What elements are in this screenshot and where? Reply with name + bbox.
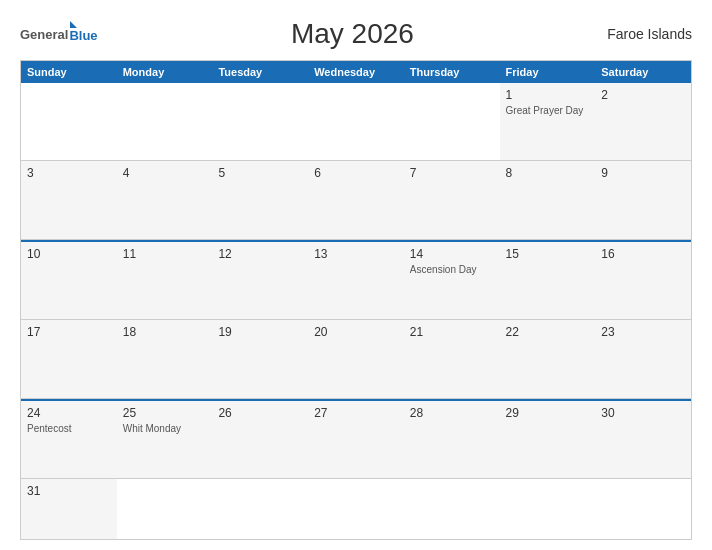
calendar-cell-2-3: 5 [212,161,308,238]
day-number: 19 [218,325,302,339]
calendar-cell-3-5: 14Ascension Day [404,242,500,319]
day-number: 31 [27,484,111,498]
logo: General Blue [20,25,98,43]
calendar-week-4: 17181920212223 [21,320,691,398]
calendar-cell-6-1: 31 [21,479,117,539]
calendar-cell-1-4 [308,83,404,160]
calendar-cell-5-6: 29 [500,401,596,478]
calendar-cell-4-1: 17 [21,320,117,397]
day-number: 14 [410,247,494,261]
calendar-grid: SundayMondayTuesdayWednesdayThursdayFrid… [20,60,692,540]
calendar-cell-4-6: 22 [500,320,596,397]
calendar-cell-4-3: 19 [212,320,308,397]
weekday-header-monday: Monday [117,61,213,83]
calendar-cell-3-2: 11 [117,242,213,319]
calendar-cell-6-6 [500,479,596,539]
day-number: 3 [27,166,111,180]
calendar-cell-5-3: 26 [212,401,308,478]
logo-blue: Blue [69,28,97,43]
day-number: 21 [410,325,494,339]
calendar-cell-6-7 [595,479,691,539]
calendar-cell-4-5: 21 [404,320,500,397]
day-number: 8 [506,166,590,180]
day-number: 24 [27,406,111,420]
calendar-cell-4-7: 23 [595,320,691,397]
day-number: 1 [506,88,590,102]
day-event: Great Prayer Day [506,104,590,117]
calendar-cell-6-2 [117,479,213,539]
day-number: 10 [27,247,111,261]
calendar-week-3: 1011121314Ascension Day1516 [21,240,691,320]
day-number: 6 [314,166,398,180]
calendar-cell-5-4: 27 [308,401,404,478]
calendar-title: May 2026 [291,18,414,50]
calendar-cell-1-3 [212,83,308,160]
header: General Blue May 2026 Faroe Islands [20,18,692,50]
day-number: 29 [506,406,590,420]
day-number: 12 [218,247,302,261]
calendar-cell-5-2: 25Whit Monday [117,401,213,478]
calendar-cell-5-7: 30 [595,401,691,478]
weekday-header-row: SundayMondayTuesdayWednesdayThursdayFrid… [21,61,691,83]
calendar-cell-6-5 [404,479,500,539]
calendar-week-5: 24Pentecost25Whit Monday2627282930 [21,399,691,479]
calendar-cell-3-1: 10 [21,242,117,319]
calendar-cell-3-3: 12 [212,242,308,319]
logo-general: General [20,27,68,42]
weekday-header-tuesday: Tuesday [212,61,308,83]
calendar-cell-6-3 [212,479,308,539]
day-event: Whit Monday [123,422,207,435]
day-number: 17 [27,325,111,339]
calendar-cell-1-7: 2 [595,83,691,160]
weekday-header-saturday: Saturday [595,61,691,83]
calendar-cell-3-7: 16 [595,242,691,319]
calendar-cell-3-6: 15 [500,242,596,319]
weekday-header-wednesday: Wednesday [308,61,404,83]
calendar-page: General Blue May 2026 Faroe Islands Sund… [0,0,712,550]
day-number: 26 [218,406,302,420]
day-number: 9 [601,166,685,180]
location-label: Faroe Islands [607,26,692,42]
day-number: 13 [314,247,398,261]
calendar-cell-3-4: 13 [308,242,404,319]
day-number: 20 [314,325,398,339]
calendar-cell-1-6: 1Great Prayer Day [500,83,596,160]
day-number: 30 [601,406,685,420]
calendar-cell-2-4: 6 [308,161,404,238]
day-number: 15 [506,247,590,261]
calendar-week-2: 3456789 [21,161,691,239]
day-number: 27 [314,406,398,420]
calendar-cell-5-1: 24Pentecost [21,401,117,478]
day-number: 28 [410,406,494,420]
calendar-week-6: 31 [21,479,691,539]
day-number: 22 [506,325,590,339]
calendar-cell-1-2 [117,83,213,160]
day-number: 16 [601,247,685,261]
calendar-cell-4-2: 18 [117,320,213,397]
calendar-cell-2-5: 7 [404,161,500,238]
day-event: Ascension Day [410,263,494,276]
day-number: 2 [601,88,685,102]
calendar-cell-2-7: 9 [595,161,691,238]
day-number: 7 [410,166,494,180]
weekday-header-sunday: Sunday [21,61,117,83]
weekday-header-thursday: Thursday [404,61,500,83]
calendar-cell-1-5 [404,83,500,160]
day-number: 18 [123,325,207,339]
calendar-cell-6-4 [308,479,404,539]
calendar-body: 1Great Prayer Day234567891011121314Ascen… [21,83,691,539]
day-number: 11 [123,247,207,261]
calendar-cell-2-6: 8 [500,161,596,238]
day-number: 5 [218,166,302,180]
weekday-header-friday: Friday [500,61,596,83]
day-event: Pentecost [27,422,111,435]
calendar-cell-4-4: 20 [308,320,404,397]
calendar-week-1: 1Great Prayer Day2 [21,83,691,161]
calendar-cell-2-2: 4 [117,161,213,238]
day-number: 25 [123,406,207,420]
day-number: 4 [123,166,207,180]
calendar-cell-5-5: 28 [404,401,500,478]
calendar-cell-1-1 [21,83,117,160]
logo-triangle-icon [70,21,77,28]
day-number: 23 [601,325,685,339]
